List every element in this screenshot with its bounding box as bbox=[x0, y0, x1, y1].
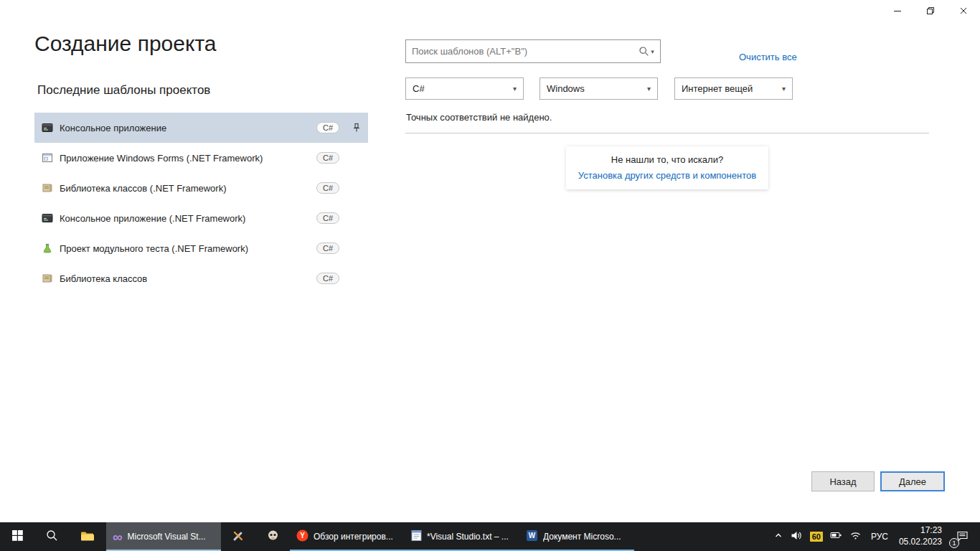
search-icon bbox=[46, 529, 58, 544]
folder-icon bbox=[80, 530, 95, 544]
taskbar-app-label: *Visual Studio.txt – ... bbox=[427, 532, 509, 542]
svg-text:W: W bbox=[529, 532, 536, 540]
chevron-down-icon: ▾ bbox=[651, 48, 654, 55]
system-tray: 60 РУС 17:23 05.02.2023 1 bbox=[770, 522, 980, 551]
close-button[interactable] bbox=[947, 0, 980, 23]
close-icon bbox=[958, 5, 969, 19]
windows-logo-icon bbox=[12, 530, 23, 543]
time-value: 17:23 bbox=[920, 525, 942, 537]
unit-test-icon bbox=[42, 242, 53, 254]
search-input[interactable] bbox=[406, 40, 633, 62]
yandex-browser-icon: Y bbox=[296, 529, 308, 544]
class-library-icon bbox=[42, 182, 53, 194]
back-button[interactable]: Назад bbox=[811, 471, 875, 491]
search-box: ▾ bbox=[405, 39, 661, 63]
recent-templates-heading: Последние шаблоны проектов bbox=[37, 83, 210, 98]
taskbar-app-yandex-browser[interactable]: Y Обзор интегриров... bbox=[290, 522, 405, 551]
platform-filter-dropdown[interactable]: Windows ▾ bbox=[540, 77, 658, 100]
chevron-up-icon bbox=[773, 530, 783, 543]
clock[interactable]: 17:23 05.02.2023 bbox=[894, 522, 947, 551]
language-badge: C# bbox=[316, 152, 339, 164]
language-badge: C# bbox=[316, 242, 339, 254]
language-filter-value: C# bbox=[413, 83, 425, 94]
not-found-title: Не нашли то, что искали? bbox=[578, 154, 756, 165]
template-item-console-app[interactable]: Консольное приложение C# bbox=[34, 113, 368, 143]
minimize-icon bbox=[892, 5, 903, 19]
winforms-app-icon bbox=[42, 152, 53, 164]
battery-button[interactable] bbox=[826, 522, 846, 551]
page-title: Создание проекта bbox=[34, 32, 217, 56]
battery-percent-value: 60 bbox=[810, 532, 823, 542]
next-button[interactable]: Далее bbox=[880, 471, 945, 491]
project-type-filter-dropdown[interactable]: Интернет вещей ▾ bbox=[674, 77, 793, 100]
visual-studio-icon: ∞ bbox=[113, 530, 123, 544]
recent-template-list: Консольное приложение C# Приложение Wind… bbox=[34, 113, 368, 293]
clear-all-link[interactable]: Очистить все bbox=[739, 52, 797, 62]
screen: Создание проекта Последние шаблоны проек… bbox=[0, 0, 980, 551]
template-item-console-app-netfx[interactable]: Консольное приложение (.NET Framework) C… bbox=[34, 203, 368, 233]
tray-overflow-button[interactable] bbox=[770, 522, 787, 551]
template-label: Консольное приложение (.NET Framework) bbox=[60, 213, 245, 224]
minimize-button[interactable] bbox=[881, 0, 914, 23]
taskbar-app-label: Обзор интегриров... bbox=[314, 532, 393, 542]
date-value: 05.02.2023 bbox=[899, 537, 942, 548]
template-label: Приложение Windows Forms (.NET Framework… bbox=[60, 153, 263, 164]
restore-button[interactable] bbox=[914, 0, 947, 23]
class-library-icon bbox=[42, 273, 53, 284]
taskbar: ∞ Microsoft Visual St... Y Обзор интегри… bbox=[0, 522, 980, 551]
file-explorer-button[interactable] bbox=[69, 522, 106, 551]
tools-icon bbox=[232, 530, 244, 544]
template-item-unit-test-netfx[interactable]: Проект модульного теста (.NET Framework)… bbox=[34, 233, 368, 263]
template-browser-panel: ▾ Очистить все C# ▾ Windows ▾ Интернет в… bbox=[405, 39, 929, 441]
taskbar-app-label: Microsoft Visual St... bbox=[128, 532, 206, 542]
chevron-down-icon: ▾ bbox=[647, 85, 651, 93]
not-found-card: Не нашли то, что искали? Установка други… bbox=[566, 146, 768, 189]
platform-filter-value: Windows bbox=[547, 83, 585, 94]
word-icon: W bbox=[526, 529, 538, 544]
template-label: Библиотека классов bbox=[60, 273, 147, 284]
search-icon[interactable]: ▾ bbox=[633, 46, 660, 57]
start-button[interactable] bbox=[0, 522, 34, 551]
battery-icon bbox=[830, 530, 842, 543]
language-filter-dropdown[interactable]: C# ▾ bbox=[405, 77, 524, 100]
wifi-icon bbox=[849, 530, 862, 543]
action-center-button[interactable]: 1 bbox=[947, 522, 977, 551]
no-match-message: Точных соответствий не найдено. bbox=[406, 112, 552, 123]
chevron-down-icon: ▾ bbox=[782, 85, 786, 93]
network-button[interactable] bbox=[846, 522, 865, 551]
taskbar-search-button[interactable] bbox=[34, 522, 69, 551]
taskbar-app-notepad[interactable]: *Visual Studio.txt – ... bbox=[405, 522, 519, 551]
template-label: Проект модульного теста (.NET Framework) bbox=[60, 243, 248, 254]
pin-icon[interactable] bbox=[350, 121, 363, 134]
template-item-winforms-app[interactable]: Приложение Windows Forms (.NET Framework… bbox=[34, 143, 368, 173]
create-project-dialog: Создание проекта Последние шаблоны проек… bbox=[0, 0, 980, 522]
taskbar-app-tools[interactable] bbox=[221, 522, 255, 551]
taskbar-app-skull-game[interactable] bbox=[255, 522, 290, 551]
template-item-class-library[interactable]: Библиотека классов C# bbox=[34, 263, 368, 293]
language-badge: C# bbox=[316, 212, 339, 224]
taskbar-app-word[interactable]: W Документ Microso... bbox=[519, 522, 634, 551]
volume-button[interactable] bbox=[787, 522, 806, 551]
language-badge: C# bbox=[316, 182, 339, 194]
language-badge: C# bbox=[316, 273, 339, 284]
template-item-class-library-netfx[interactable]: Библиотека классов (.NET Framework) C# bbox=[34, 173, 368, 203]
install-tools-link[interactable]: Установка других средств и компонентов bbox=[578, 170, 756, 181]
taskbar-app-visual-studio[interactable]: ∞ Microsoft Visual St... bbox=[106, 522, 221, 551]
notification-count-badge: 1 bbox=[949, 538, 959, 548]
console-app-icon bbox=[42, 122, 53, 133]
template-label: Консольное приложение bbox=[60, 123, 166, 133]
language-badge: C# bbox=[316, 122, 339, 133]
taskbar-app-label: Документ Microso... bbox=[543, 532, 621, 542]
battery-percent-indicator[interactable]: 60 bbox=[806, 522, 826, 551]
svg-text:Y: Y bbox=[300, 532, 305, 540]
restore-icon bbox=[925, 5, 936, 19]
speaker-icon bbox=[791, 530, 803, 544]
language-indicator[interactable]: РУС bbox=[865, 522, 894, 551]
window-controls bbox=[881, 0, 980, 23]
results-divider bbox=[405, 133, 929, 133]
console-app-icon bbox=[42, 212, 53, 224]
project-type-filter-value: Интернет вещей bbox=[682, 83, 753, 94]
chevron-down-icon: ▾ bbox=[513, 85, 517, 93]
skull-icon bbox=[267, 529, 279, 544]
template-label: Библиотека классов (.NET Framework) bbox=[60, 183, 227, 194]
